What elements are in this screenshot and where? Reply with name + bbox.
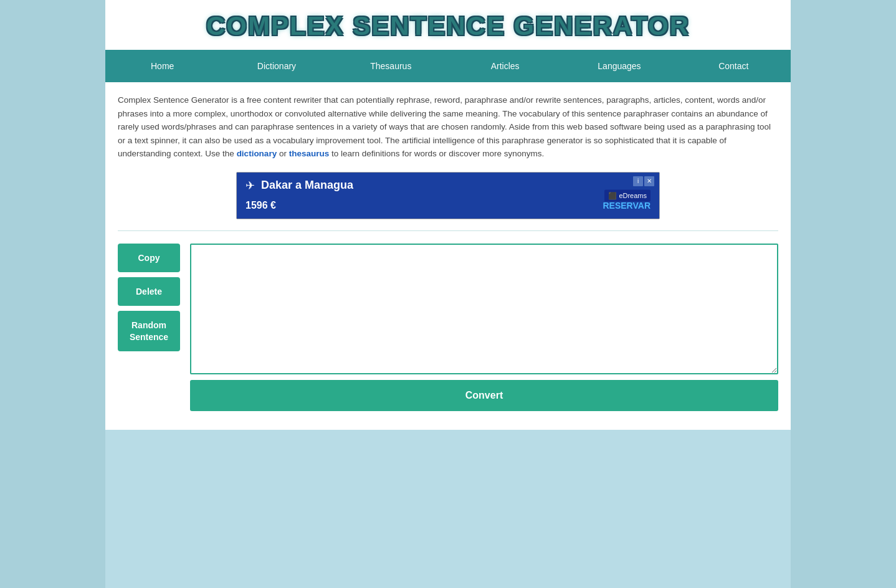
- textarea-wrapper: Convert: [190, 244, 778, 411]
- ad-controls: i ✕: [633, 176, 654, 186]
- bottom-space: [105, 430, 791, 588]
- input-textarea[interactable]: [190, 244, 778, 374]
- nav-contact[interactable]: Contact: [677, 50, 791, 82]
- plane-icon: ✈: [245, 179, 255, 192]
- ad-logo: ⬛ eDreams: [604, 189, 651, 201]
- divider: [118, 230, 778, 231]
- site-title: Complex Sentence Generator: [206, 11, 690, 40]
- description-text: Complex Sentence Generator is a free con…: [118, 93, 778, 161]
- nav-home[interactable]: Home: [105, 50, 219, 82]
- ad-close-button[interactable]: ✕: [644, 176, 654, 186]
- ad-bottom-bar: 1596 € RESERVAR ⬛ eDreams: [237, 196, 659, 219]
- thesaurus-link[interactable]: thesaurus: [289, 149, 330, 158]
- copy-button[interactable]: Copy: [118, 244, 180, 272]
- random-sentence-button[interactable]: RandomSentence: [118, 311, 180, 351]
- main-content: Complex Sentence Generator is a free con…: [105, 82, 791, 430]
- nav-articles[interactable]: Articles: [448, 50, 562, 82]
- description-part3: to learn definitions for words or discov…: [329, 149, 544, 158]
- ad-logo-dot: ⬛: [608, 191, 617, 199]
- ad-banner: i ✕ ✈ Dakar a Managua 1596 € RESERVAR ⬛ …: [236, 172, 660, 219]
- ad-price: 1596 €: [245, 200, 276, 211]
- convert-button[interactable]: Convert: [190, 380, 778, 411]
- dictionary-link[interactable]: dictionary: [237, 149, 277, 158]
- description-or: or: [277, 149, 289, 158]
- ad-cta-button[interactable]: RESERVAR: [603, 201, 651, 211]
- ad-destination: Dakar a Managua: [261, 179, 353, 192]
- nav-thesaurus[interactable]: Thesaurus: [334, 50, 448, 82]
- tool-section: Copy Delete RandomSentence Convert: [118, 237, 778, 417]
- header: Complex Sentence Generator: [105, 0, 791, 50]
- ad-info-button[interactable]: i: [633, 176, 643, 186]
- ad-top-bar: ✈ Dakar a Managua: [237, 173, 659, 196]
- delete-button[interactable]: Delete: [118, 277, 180, 306]
- nav-languages[interactable]: Languages: [562, 50, 676, 82]
- nav-dictionary[interactable]: Dictionary: [219, 50, 333, 82]
- side-buttons: Copy Delete RandomSentence: [118, 244, 180, 351]
- main-nav: Home Dictionary Thesaurus Articles Langu…: [105, 50, 791, 82]
